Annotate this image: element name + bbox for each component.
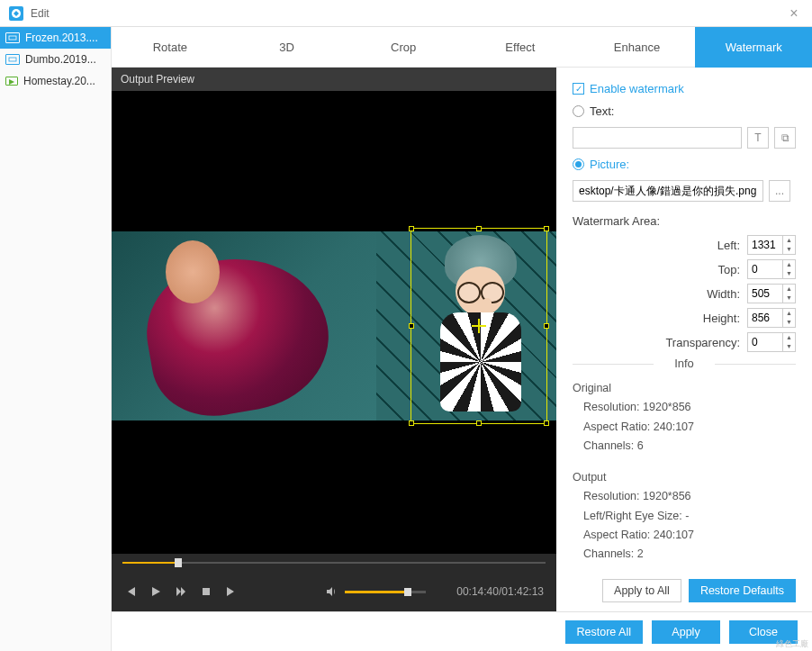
- window-title: Edit: [31, 7, 785, 20]
- preview-canvas[interactable]: [112, 91, 556, 554]
- tab-crop[interactable]: Crop: [345, 27, 462, 68]
- left-label: Left:: [717, 239, 740, 252]
- picture-radio-label: Picture:: [590, 158, 629, 171]
- text-radio-label: Text:: [590, 104, 614, 118]
- enable-watermark-checkbox[interactable]: ✓: [573, 83, 584, 95]
- watermark-area-label: Watermark Area:: [573, 214, 796, 228]
- preview-header: Output Preview: [112, 68, 556, 91]
- timeline[interactable]: [112, 554, 556, 572]
- app-icon: [9, 6, 23, 21]
- volume-control[interactable]: [325, 585, 426, 598]
- file-sidebar: Frozen.2013.... Dumbo.2019... ▸ Homestay…: [0, 27, 112, 651]
- left-spinner[interactable]: ▲▼: [747, 235, 796, 255]
- text-radio[interactable]: [573, 105, 584, 117]
- picture-path-input[interactable]: [573, 180, 763, 202]
- skip-forward-icon[interactable]: [225, 585, 238, 598]
- apply-to-all-button[interactable]: Apply to All: [602, 579, 681, 602]
- sidebar-item-frozen[interactable]: Frozen.2013....: [0, 27, 111, 49]
- svg-rect-3: [203, 588, 210, 595]
- top-label: Top:: [717, 263, 740, 276]
- tab-effect[interactable]: Effect: [462, 27, 579, 68]
- stop-icon[interactable]: [200, 585, 212, 598]
- player-controls: 00:14:40/01:42:13: [112, 572, 556, 611]
- sidebar-item-homestay[interactable]: ▸ Homestay.20...: [0, 70, 111, 92]
- enable-watermark-label: Enable watermark: [590, 82, 684, 95]
- restore-defaults-button[interactable]: Restore Defaults: [689, 579, 796, 602]
- titlebar: Edit ×: [0, 0, 812, 27]
- top-spinner[interactable]: ▲▼: [747, 259, 796, 279]
- text-style-button[interactable]: T: [747, 127, 769, 149]
- restore-all-button[interactable]: Restore All: [565, 620, 643, 644]
- video-file-icon: [5, 32, 20, 43]
- play-icon[interactable]: [149, 585, 162, 598]
- transparency-spinner[interactable]: ▲▼: [747, 332, 796, 352]
- sidebar-item-label: Dumbo.2019...: [25, 53, 96, 66]
- picture-radio[interactable]: [573, 158, 584, 170]
- info-title: Info: [573, 357, 796, 370]
- info-output: Output Resolution: 1920*856 Left/Right E…: [573, 468, 796, 564]
- tab-rotate[interactable]: Rotate: [112, 27, 229, 68]
- video-file-icon: [5, 54, 20, 65]
- svg-rect-2: [9, 58, 16, 61]
- other-file-icon: ▸: [5, 77, 18, 86]
- watermark-selection-box[interactable]: [411, 228, 547, 424]
- tab-enhance[interactable]: Enhance: [579, 27, 696, 68]
- volume-icon[interactable]: [325, 585, 338, 598]
- tab-3d[interactable]: 3D: [229, 27, 346, 68]
- edit-tabs: Rotate 3D Crop Effect Enhance Watermark: [112, 27, 812, 68]
- width-spinner[interactable]: ▲▼: [747, 284, 796, 303]
- fast-forward-icon[interactable]: [175, 585, 187, 598]
- sidebar-item-dumbo[interactable]: Dumbo.2019...: [0, 49, 111, 70]
- height-label: Height:: [703, 312, 740, 325]
- sidebar-item-label: Homestay.20...: [23, 75, 95, 87]
- info-original: Original Resolution: 1920*856 Aspect Rat…: [573, 379, 796, 456]
- transparency-label: Transparency:: [665, 336, 740, 349]
- apply-button[interactable]: Apply: [652, 620, 720, 644]
- tab-watermark[interactable]: Watermark: [695, 27, 812, 68]
- text-input[interactable]: [573, 127, 742, 149]
- close-icon[interactable]: ×: [785, 5, 803, 22]
- preview-area: Output Preview: [112, 68, 556, 611]
- footer-watermark: 綠色工廠: [776, 638, 808, 650]
- playback-time: 00:14:40/01:42:13: [456, 585, 544, 598]
- watermark-panel: ✓ Enable watermark Text: T ⧉ Picture:: [556, 68, 812, 611]
- browse-button[interactable]: ...: [769, 180, 790, 202]
- skip-back-icon[interactable]: [124, 585, 137, 598]
- bottom-bar: Restore All Apply Close: [112, 611, 812, 651]
- height-spinner[interactable]: ▲▼: [747, 308, 796, 328]
- text-copy-button[interactable]: ⧉: [774, 127, 796, 149]
- width-label: Width:: [707, 287, 740, 301]
- svg-rect-1: [9, 36, 16, 40]
- sidebar-item-label: Frozen.2013....: [25, 32, 98, 44]
